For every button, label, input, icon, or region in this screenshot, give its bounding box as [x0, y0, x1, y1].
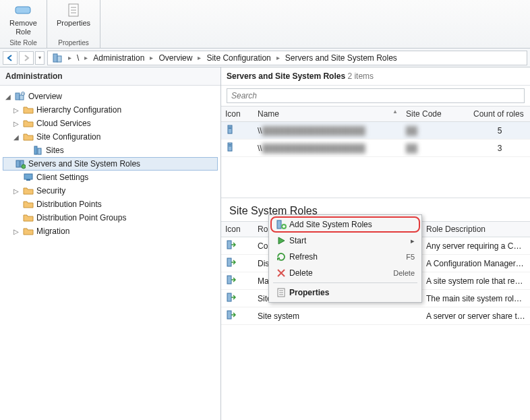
tree-node[interactable]: Client Settings	[3, 171, 218, 184]
sort-asc-icon: ▲	[392, 109, 398, 115]
properties-button[interactable]: Properties	[53, 1, 94, 29]
overview-icon	[15, 91, 26, 102]
menu-shortcut: Delete	[384, 269, 417, 277]
tree-node[interactable]: Distribution Points	[3, 198, 218, 211]
menu-item-label: Properties	[289, 288, 384, 297]
collapse-icon[interactable]: ◢	[12, 133, 20, 141]
breadcrumb-item[interactable]: Servers and Site System Roles	[285, 53, 397, 63]
table-row[interactable]: Site systemA server or server share that…	[221, 307, 530, 325]
menu-shortcut: F5	[384, 253, 417, 261]
col-name[interactable]: Name▲	[254, 107, 402, 122]
svg-rect-23	[227, 241, 231, 249]
col-count[interactable]: Count of roles	[469, 107, 530, 122]
role-icon	[225, 309, 236, 320]
nav-forward-button[interactable]	[19, 51, 34, 65]
cell-role-name: Site system	[254, 307, 422, 325]
col-icon[interactable]: Icon	[221, 107, 254, 122]
menu-item-label: Delete	[289, 268, 384, 278]
tree-node[interactable]: Servers and Site System Roles	[3, 157, 218, 171]
col-site-code[interactable]: Site Code	[402, 107, 469, 122]
folder-icon	[23, 118, 34, 129]
server-icon	[225, 142, 236, 152]
svg-rect-25	[227, 276, 231, 284]
tree-node[interactable]: Distribution Point Groups	[3, 211, 218, 224]
breadcrumb[interactable]: ▸ \ ▸ Administration ▸ Overview ▸ Site C…	[47, 51, 527, 65]
search-input[interactable]	[227, 88, 525, 103]
expand-icon[interactable]: ▷	[12, 187, 20, 195]
folder-icon	[23, 226, 34, 237]
tree-node[interactable]: Sites	[3, 144, 218, 157]
expand-icon[interactable]: ▷	[12, 228, 20, 235]
server-icon	[225, 124, 236, 135]
tree-node[interactable]: ▷Hierarchy Configuration	[3, 103, 218, 117]
navbar: ▾ ▸ \ ▸ Administration ▸ Overview ▸ Site…	[0, 49, 530, 67]
folder-icon	[23, 104, 34, 115]
col-role-desc[interactable]: Role Description	[422, 222, 530, 237]
search-row	[221, 86, 530, 106]
breadcrumb-item[interactable]: Overview	[158, 53, 192, 63]
breadcrumb-item[interactable]: Administration	[93, 53, 144, 63]
tree-node[interactable]: ▷Migration	[3, 224, 218, 238]
nav-back-button[interactable]	[3, 51, 18, 65]
cell-count: 3	[469, 140, 530, 157]
breadcrumb-item[interactable]: \	[77, 53, 79, 63]
remove-role-icon	[12, 3, 34, 19]
svg-rect-11	[38, 148, 41, 154]
expand-icon[interactable]: ▷	[12, 107, 20, 114]
cell-role-desc: A site system role that replies to C	[422, 272, 530, 290]
cell-count: 5	[469, 122, 530, 140]
table-row[interactable]: \\████████████████████3	[221, 140, 530, 157]
folder-icon	[23, 212, 34, 223]
cell-icon	[221, 272, 254, 290]
left-pane: Administration ◢Overview▷Hierarchy Confi…	[0, 67, 221, 420]
cell-icon	[221, 290, 254, 307]
cell-icon	[221, 122, 254, 140]
nav-tree: ◢Overview▷Hierarchy Configuration▷Cloud …	[0, 86, 220, 420]
svg-rect-27	[227, 311, 231, 319]
menu-item-label: Start	[289, 236, 384, 245]
refresh-icon	[276, 251, 287, 262]
tree-node-label: Servers and Site System Roles	[28, 159, 140, 169]
breadcrumb-root-icon	[52, 53, 63, 63]
ribbon-group-label: Site Role	[9, 38, 37, 48]
menu-item[interactable]: Properties	[270, 284, 420, 301]
nav-history-dropdown[interactable]: ▾	[35, 51, 45, 65]
breadcrumb-item[interactable]: Site Configuration	[206, 53, 270, 63]
remove-role-button[interactable]: Remove Role	[5, 1, 41, 38]
ribbon: Remove Role Site Role Properties Propert…	[0, 0, 530, 49]
tree-node[interactable]: ◢Overview	[3, 90, 218, 103]
svg-rect-24	[227, 258, 231, 266]
nav-arrows: ▾	[3, 51, 45, 65]
svg-rect-0	[16, 7, 30, 13]
sites-icon	[32, 145, 43, 156]
menu-item[interactable]: DeleteDelete	[270, 265, 420, 281]
menu-separator	[273, 282, 417, 283]
tree-node[interactable]: ▷Security	[3, 184, 218, 198]
menu-item[interactable]: Start▸	[270, 233, 420, 249]
svg-rect-5	[53, 54, 57, 62]
role-icon	[225, 274, 236, 285]
folder-icon	[23, 185, 34, 196]
role-icon	[225, 292, 236, 303]
tree-node[interactable]: ▷Cloud Services	[3, 117, 218, 130]
delete-icon	[276, 268, 287, 278]
menu-item[interactable]: Add Site System Roles	[270, 216, 420, 233]
collapse-icon[interactable]: ◢	[4, 93, 12, 100]
svg-rect-7	[16, 93, 20, 100]
menu-item[interactable]: RefreshF5	[270, 249, 420, 265]
svg-point-14	[22, 164, 26, 169]
tree-node[interactable]: ◢Site Configuration	[3, 130, 218, 144]
add-roles-icon	[276, 219, 287, 230]
properties-icon	[276, 287, 287, 298]
cell-role-desc: Any server requiring a Configurati	[422, 237, 530, 255]
col-icon[interactable]: Icon	[221, 222, 254, 237]
expand-icon[interactable]: ▷	[12, 120, 20, 127]
svg-rect-21	[229, 144, 231, 145]
svg-rect-28	[277, 220, 281, 229]
left-pane-title: Administration	[0, 67, 220, 86]
properties-icon	[63, 3, 84, 19]
chevron-right-icon: ▸	[198, 54, 201, 61]
svg-rect-26	[227, 293, 231, 301]
cell-role-desc: A server or server share that hosts	[422, 307, 530, 325]
table-row[interactable]: \\████████████████████5	[221, 122, 530, 140]
